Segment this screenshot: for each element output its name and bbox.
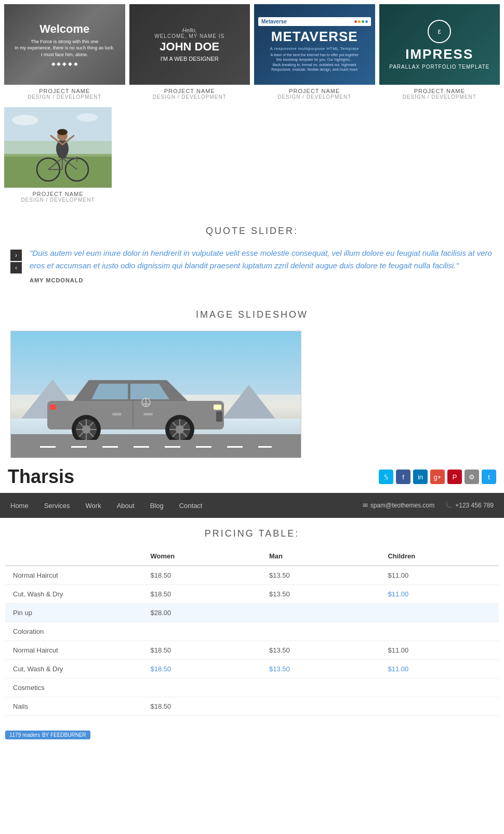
nav-contact[interactable]: Contact: [179, 502, 203, 510]
email-icon: ✉: [363, 502, 368, 509]
nav-bar: Home Services Work About Blog Contact ✉ …: [0, 493, 504, 518]
feedburner-badge[interactable]: 1179 readers BY FEEDBURNER: [0, 726, 504, 744]
car: [37, 372, 234, 442]
price-man: [261, 697, 380, 716]
service-name: Cut, Wash & Dry: [5, 660, 143, 679]
price-women: $18.50: [143, 660, 261, 679]
nav-blog[interactable]: Blog: [150, 502, 164, 510]
johndoe-caption: PROJECT NAME DESIGN / DEVELOPMENT: [129, 85, 250, 103]
slideshow-title: IMAGE SLIDESHOW: [10, 309, 494, 320]
nav-home[interactable]: Home: [10, 502, 29, 510]
facebook-icon[interactable]: f: [396, 470, 410, 484]
welcome-project-type: DESIGN / DEVELOPMENT: [4, 94, 125, 100]
skype-icon[interactable]: 𝕊: [379, 470, 393, 484]
nav-phone: 📞 +123 456 789: [445, 502, 494, 509]
price-man: $13.50: [261, 641, 380, 660]
pricing-section: PRICING TABLE: Women Man Children Normal…: [0, 518, 504, 726]
quote-section: QUOTE SLIDER: › ‹ "Duis autem vel eum ir…: [0, 210, 504, 294]
metaverse-project-type: DESIGN / DEVELOPMENT: [254, 94, 375, 100]
price-man: $13.50: [261, 660, 380, 679]
svg-rect-45: [112, 413, 122, 415]
price-women: [143, 622, 261, 641]
svg-point-2: [77, 113, 98, 122]
nav-services[interactable]: Services: [44, 502, 70, 510]
service-name: Nails: [5, 697, 143, 716]
car-svg: [37, 372, 234, 440]
johndoe-name: JOHN DOE: [154, 41, 224, 53]
twitter-icon[interactable]: t: [482, 470, 496, 484]
price-man: [261, 679, 380, 697]
portfolio-item-woman[interactable]: PROJECT NAME DESIGN / DEVELOPMENT: [4, 107, 112, 206]
portfolio-item-metaverse[interactable]: Metaverse METAVERSE A responsive multipu…: [254, 4, 375, 103]
pinterest-icon[interactable]: P: [447, 470, 462, 484]
phone-number: +123 456 789: [455, 502, 494, 509]
pricing-row-5: Normal Haircut $18.50 $13.50 $11.00: [5, 641, 499, 660]
woman-caption: PROJECT NAME DESIGN / DEVELOPMENT: [4, 188, 112, 206]
woman-project-type: DESIGN / DEVELOPMENT: [4, 197, 112, 203]
quote-prev-btn[interactable]: ‹: [10, 262, 22, 273]
nav-links: Home Services Work About Blog Contact: [10, 502, 202, 510]
service-name: Coloration: [5, 622, 143, 641]
welcome-social-icons: ◆ ◆ ◆ ◆ ◆: [15, 61, 114, 67]
portfolio-grid-row2: PROJECT NAME DESIGN / DEVELOPMENT: [0, 107, 504, 210]
nav-email: ✉ spam@teothemes.com: [363, 502, 435, 509]
price-women: $18.50: [143, 697, 261, 716]
quote-next-btn[interactable]: ›: [10, 250, 22, 261]
portfolio-grid: Welcome The Force is strong with this on…: [0, 0, 504, 107]
google-plus-icon[interactable]: g+: [430, 470, 445, 484]
price-man: [261, 622, 380, 641]
price-women: $18.50: [143, 585, 261, 604]
portfolio-item-impress[interactable]: ε IMPRESS PARALLAX PORTFOLIO TEMPLATE PR…: [379, 4, 500, 103]
price-children: [380, 679, 499, 697]
price-women: $28.00: [143, 604, 261, 622]
price-children: [380, 622, 499, 641]
metaverse-logo: Metaverse: [261, 19, 287, 24]
quote-text: "Duis autem vel eum iriure dolor in hend…: [30, 247, 494, 272]
impress-subtitle: PARALLAX PORTFOLIO TEMPLATE: [389, 64, 489, 70]
slideshow-container[interactable]: [10, 331, 301, 458]
welcome-project-name: PROJECT NAME: [4, 88, 125, 94]
portfolio-item-johndoe[interactable]: Hello, WELCOME, MY NAME IS JOHN DOE I'M …: [129, 4, 250, 103]
johndoe-project-type: DESIGN / DEVELOPMENT: [129, 94, 250, 100]
nav-work[interactable]: Work: [86, 502, 101, 510]
price-women: [143, 679, 261, 697]
nav-about[interactable]: About: [117, 502, 135, 510]
pricing-row-8: Nails $18.50: [5, 697, 499, 716]
metaverse-title: METAVERSE: [258, 29, 371, 45]
woman-scene-svg: [4, 107, 112, 188]
slideshow-section: IMAGE SLIDESHOW: [0, 294, 504, 458]
email-address: spam@teothemes.com: [370, 502, 435, 509]
impress-project-type: DESIGN / DEVELOPMENT: [379, 94, 500, 100]
service-name: Cut, Wash & Dry: [5, 585, 143, 604]
pricing-col-man: Man: [261, 547, 380, 566]
welcome-caption: PROJECT NAME DESIGN / DEVELOPMENT: [4, 85, 125, 103]
metaverse-desc: A team of the best the internet has to o…: [258, 53, 371, 71]
feedburner-readers: 1179 readers: [9, 732, 40, 738]
road-line: [40, 446, 272, 448]
welcome-title: Welcome: [15, 22, 114, 36]
quote-nav: › ‹: [10, 250, 22, 273]
metaverse-topbar: Metaverse: [258, 17, 371, 26]
woman-project-name: PROJECT NAME: [4, 191, 112, 197]
pricing-row-2: Cut, Wash & Dry $18.50 $13.50 $11.00: [5, 585, 499, 604]
metaverse-tagline: A responsive multipurpose HTML Template: [258, 46, 371, 51]
pricing-row-3: Pin up $28.00: [5, 604, 499, 622]
pricing-title: PRICING TABLE:: [5, 528, 499, 539]
pricing-row-1: Normal Haircut $18.50 $13.50 $11.00: [5, 566, 499, 585]
price-children: [380, 604, 499, 622]
tharsis-title: Tharsis: [8, 466, 74, 488]
nav-contact-info: ✉ spam@teothemes.com 📞 +123 456 789: [363, 502, 494, 509]
linkedin-icon[interactable]: in: [413, 470, 428, 484]
settings-icon[interactable]: ⚙: [465, 470, 479, 484]
johndoe-tagline: WELCOME, MY NAME IS: [154, 33, 224, 39]
service-name: Normal Haircut: [5, 641, 143, 660]
impress-title: IMPRESS: [389, 46, 489, 62]
svg-rect-3: [4, 154, 112, 188]
welcome-subtitle: The Force is strong with this one In my …: [15, 38, 114, 58]
johndoe-project-name: PROJECT NAME: [129, 88, 250, 94]
portfolio-item-welcome[interactable]: Welcome The Force is strong with this on…: [4, 4, 125, 103]
pricing-col-service: [5, 547, 143, 566]
price-children: [380, 697, 499, 716]
svg-rect-46: [143, 413, 153, 415]
pricing-row-6: Cut, Wash & Dry $18.50 $13.50 $11.00: [5, 660, 499, 679]
